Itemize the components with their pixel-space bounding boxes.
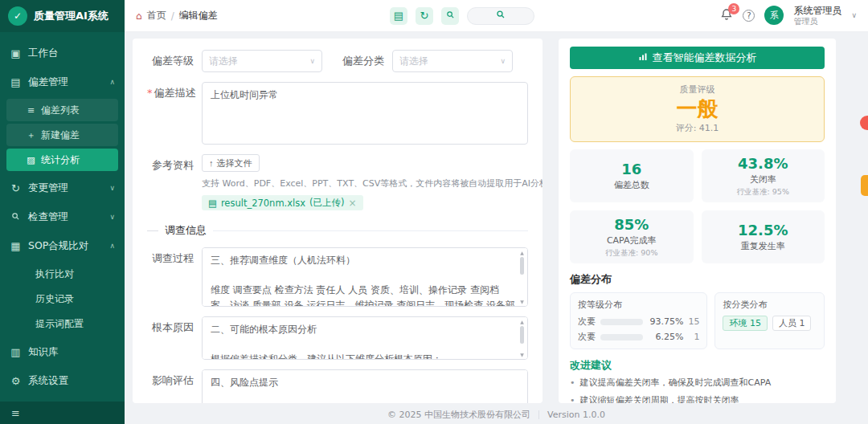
scrollbar-thumb[interactable] bbox=[520, 257, 524, 275]
stat-total-deviations: 16 偏差总数 bbox=[570, 149, 694, 202]
list-icon: ≡ bbox=[26, 105, 36, 116]
sidebar-item-change-management[interactable]: ↻ 变更管理 ∨ bbox=[0, 173, 125, 202]
deviation-description-label: *偏差描述 bbox=[147, 82, 202, 104]
select-placeholder: 请选择 bbox=[209, 55, 309, 68]
suggestions-title: 改进建议 bbox=[570, 358, 825, 373]
sidebar-item-sop-compliance[interactable]: ▦ SOP合规比对 ∧ bbox=[0, 231, 125, 260]
deviation-description-textarea[interactable]: 上位机时间异常 bbox=[202, 82, 528, 145]
user-info: 系统管理员 管理员 bbox=[793, 6, 841, 26]
bullet-icon: • bbox=[570, 377, 575, 390]
file-name: result_270nm.xlsx bbox=[221, 198, 305, 209]
textarea-scrollbar[interactable]: ▲ ▼ bbox=[518, 250, 526, 304]
floating-feedback-tab[interactable] bbox=[861, 175, 868, 196]
app-title: 质量管理AI系统 bbox=[34, 9, 108, 23]
sidebar-item-new-deviation[interactable]: ＋ 新建偏差 bbox=[6, 124, 118, 146]
form-row-level-category: 偏差等级 请选择 ∨ 偏差分类 请选择 ∨ bbox=[147, 50, 528, 72]
sidebar-item-knowledge-base[interactable]: ▥ 知识库 bbox=[0, 337, 125, 366]
chevron-down-icon[interactable]: ∨ bbox=[851, 11, 857, 19]
impact-assessment-textarea[interactable]: 四、风险点提示 产品质量风险：评估对产品质量的潜在影响 bbox=[202, 369, 528, 403]
view-analysis-label: 查看智能偏差数据分析 bbox=[653, 51, 757, 65]
deviation-level-select[interactable]: 请选择 ∨ bbox=[202, 50, 322, 72]
sidebar-item-label: 变更管理 bbox=[28, 181, 68, 195]
search-tool-button[interactable] bbox=[441, 7, 459, 25]
app-logo: ✓ 质量管理AI系统 bbox=[0, 0, 125, 32]
footer-version: Version 1.0.0 bbox=[547, 410, 605, 420]
home-icon: ⌂ bbox=[136, 10, 142, 22]
help-button[interactable]: ? bbox=[743, 10, 755, 22]
sidebar-item-label: 偏差管理 bbox=[28, 75, 68, 89]
view-analysis-button[interactable]: 查看智能偏差数据分析 bbox=[570, 47, 825, 69]
search-icon bbox=[446, 10, 455, 22]
stat-benchmark: 行业基准: 90% bbox=[605, 248, 657, 259]
scroll-down-icon[interactable]: ▼ bbox=[520, 299, 524, 304]
sidebar-item-workbench[interactable]: ▣ 工作台 bbox=[0, 39, 125, 67]
file-icon: ▤ bbox=[208, 198, 217, 209]
chevron-up-icon: ∧ bbox=[109, 242, 115, 250]
distribution-by-category: 按分类分布 环境 15 人员 1 bbox=[714, 292, 825, 349]
sidebar-item-deviation-management[interactable]: ▤ 偏差管理 ∧ bbox=[0, 67, 125, 96]
scroll-up-icon[interactable]: ▲ bbox=[520, 319, 524, 324]
sidebar-item-history-records[interactable]: 历史记录 bbox=[6, 287, 118, 310]
uploaded-file-chip[interactable]: ▤ result_270nm.xlsx (已上传) × bbox=[202, 195, 363, 210]
notifications-button[interactable]: 3 bbox=[720, 8, 733, 23]
book-icon: ▥ bbox=[10, 346, 22, 358]
root-cause-textarea[interactable]: 二、可能的根本原因分析 根据偏差描述和分类，建议从以下维度分析根本原因： bbox=[202, 316, 528, 360]
app-root: ✓ 质量管理AI系统 ▣ 工作台 ▤ 偏差管理 ∧ ≡ 偏差列表 ＋ 新建偏差 … bbox=[0, 0, 868, 424]
sidebar-item-statistical-analysis[interactable]: ▨ 统计分析 bbox=[6, 149, 118, 171]
chevron-down-icon: ∨ bbox=[500, 57, 506, 65]
compare-icon: ▦ bbox=[10, 240, 22, 252]
scrollbar-thumb[interactable] bbox=[520, 326, 524, 344]
breadcrumb: ⌂ 首页 / 编辑偏差 bbox=[136, 9, 218, 22]
level-count: 1 bbox=[688, 332, 699, 342]
field-root-cause: 根本原因 二、可能的根本原因分析 根据偏差描述和分类，建议从以下维度分析根本原因… bbox=[147, 316, 528, 360]
scroll-up-icon[interactable]: ▲ bbox=[520, 250, 524, 255]
sidebar-item-system-settings[interactable]: ⚙ 系统设置 bbox=[0, 366, 125, 395]
refresh-tool-button[interactable]: ↻ bbox=[416, 7, 433, 25]
avatar[interactable]: 系 bbox=[764, 6, 784, 25]
sidebar-item-label: 提示词配置 bbox=[35, 317, 84, 331]
stat-label: 关闭率 bbox=[750, 173, 776, 186]
investigation-process-wrap: 三、推荐调查维度（人机法环料） 维度 调查要点 检查方法 责任人 人员 资质、培… bbox=[202, 247, 528, 307]
sidebar-item-label: SOP合规比对 bbox=[28, 239, 88, 253]
investigation-process-textarea[interactable]: 三、推荐调查维度（人机法环料） 维度 调查要点 检查方法 责任人 人员 资质、培… bbox=[202, 247, 528, 307]
rating-value: 一般 bbox=[677, 96, 719, 121]
bullet-icon: • bbox=[570, 394, 575, 403]
sidebar-item-inspection-management[interactable]: 检查管理 ∨ bbox=[0, 202, 125, 231]
page-footer: © 2025 中国生物技术股份有限公司 Version 1.0.0 bbox=[125, 405, 868, 424]
breadcrumb-current: 编辑偏差 bbox=[179, 9, 218, 22]
stat-value: 12.5% bbox=[738, 222, 788, 238]
quality-rating-card: 质量评级 一般 评分: 41.1 bbox=[570, 76, 825, 142]
user-role: 管理员 bbox=[793, 17, 841, 26]
impact-assessment-wrap: 四、风险点提示 产品质量风险：评估对产品质量的潜在影响 bbox=[202, 369, 528, 403]
header-right: 3 ? 系 系统管理员 管理员 ∨ bbox=[720, 6, 857, 26]
sidebar-footer: ≡ bbox=[0, 402, 125, 424]
scroll-down-icon[interactable]: ▼ bbox=[520, 352, 524, 357]
root-cause-label: 根本原因 bbox=[147, 316, 202, 339]
distribution-by-level: 按等级分布 次要 93.75% 15 次要 6.25% 1 bbox=[570, 292, 707, 349]
footer-divider bbox=[538, 410, 539, 419]
breadcrumb-home[interactable]: 首页 bbox=[147, 9, 166, 22]
sidebar-item-execution-compare[interactable]: 执行比对 bbox=[6, 263, 118, 285]
analysis-panel: 查看智能偏差数据分析 质量评级 一般 评分: 41.1 16 偏差总数 43.8… bbox=[559, 39, 836, 403]
investigation-process-label: 调查过程 bbox=[147, 247, 202, 270]
sidebar-item-deviation-list[interactable]: ≡ 偏差列表 bbox=[6, 99, 118, 121]
level-percent: 93.75% bbox=[648, 316, 683, 327]
gear-icon: ⚙ bbox=[10, 375, 22, 387]
document-tool-button[interactable]: ▤ bbox=[390, 7, 407, 25]
collapse-menu-icon[interactable]: ≡ bbox=[11, 407, 20, 419]
level-row: 次要 93.75% 15 bbox=[578, 316, 699, 328]
user-name: 系统管理员 bbox=[793, 6, 841, 17]
close-icon[interactable]: × bbox=[349, 198, 357, 209]
upload-icon: ↑ bbox=[209, 158, 214, 168]
divider-line bbox=[213, 230, 528, 231]
search-input[interactable] bbox=[467, 7, 534, 25]
select-file-button[interactable]: ↑ 选择文件 bbox=[202, 154, 260, 172]
deviation-category-select[interactable]: 请选择 ∨ bbox=[392, 50, 513, 72]
sidebar-item-prompt-config[interactable]: 提示词配置 bbox=[6, 312, 118, 335]
by-level-title: 按等级分布 bbox=[578, 299, 699, 311]
field-deviation-category: 偏差分类 请选择 ∨ bbox=[338, 50, 528, 72]
stat-value: 85% bbox=[614, 216, 649, 233]
textarea-scrollbar[interactable]: ▲ ▼ bbox=[518, 319, 526, 357]
chart-icon: ▨ bbox=[26, 155, 36, 165]
bar-chart-icon bbox=[638, 52, 648, 64]
